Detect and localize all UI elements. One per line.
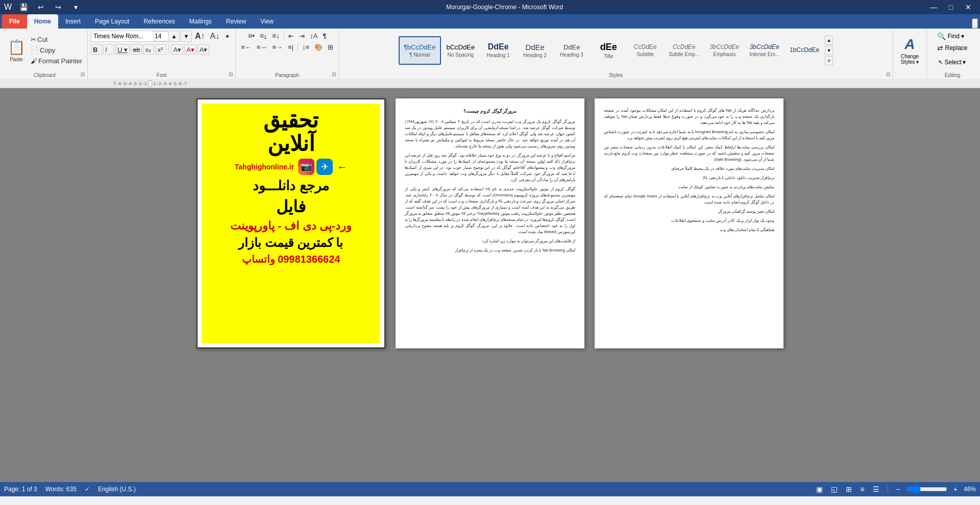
close-btn[interactable]: ✕: [961, 2, 976, 12]
show-hide-btn[interactable]: ¶: [321, 31, 328, 41]
increase-indent-btn[interactable]: ⇥: [297, 31, 307, 41]
find-label: Find: [947, 33, 959, 40]
page-2: مرورگر گوگل کروم چیست؟ مرورگر گوگل کروم …: [396, 98, 584, 348]
tab-page-layout[interactable]: Page Layout: [88, 14, 136, 29]
window-title: Morurgar-Google-Chrome - Microsoft Word: [83, 4, 926, 11]
font-group: ▲ ▼ A↑ A↓ ✦ B I U ▾ ab x₂ x² A▾ A▾ A▾ Fo…: [88, 30, 236, 79]
gallery-more-btn[interactable]: ≡: [825, 56, 833, 65]
font-size-increase-btn[interactable]: ▲: [168, 31, 180, 42]
page2-content: مرورگر گوگل کروم چیست؟ مرورگر گوگل کروم …: [405, 108, 575, 254]
select-btn[interactable]: ↖ Select ▾: [935, 55, 969, 70]
copy-button[interactable]: 📄 Copy: [29, 45, 84, 56]
font-size-decrease-btn[interactable]: ▼: [181, 31, 192, 42]
style-intense-em-preview: 3bCcDdEe: [750, 43, 779, 50]
tab-view[interactable]: View: [253, 14, 281, 29]
style-normal[interactable]: ¶bCcDdEe ¶ Normal: [399, 36, 441, 65]
font-grow-btn[interactable]: A↑: [193, 31, 207, 41]
maximize-btn[interactable]: □: [943, 2, 959, 12]
minimize-btn[interactable]: —: [926, 2, 941, 12]
align-left-btn[interactable]: ≡←: [239, 42, 254, 52]
undo-qa-btn[interactable]: ↩: [33, 2, 48, 12]
style-heading2[interactable]: DdEe Heading 2: [517, 36, 553, 65]
bold-button[interactable]: B: [91, 44, 102, 55]
superscript-button[interactable]: x²: [155, 44, 166, 55]
style-extra[interactable]: 1bCcDdEe: [785, 36, 824, 65]
text-highlight-btn[interactable]: A▾: [171, 44, 183, 55]
style-subtle-emphasis[interactable]: CcDdEe Subtle Emp...: [664, 36, 704, 65]
style-emphasis[interactable]: 3bCcDdEe Emphasis: [705, 36, 744, 65]
ad-formats: ورد-پی دی اف - پاورپوینت: [230, 219, 352, 233]
find-btn[interactable]: 🔍 Find ▾: [935, 31, 970, 42]
ad-content: تحقیق آنلاین Tahghighonline.ir 📷 ✈ ← مرج…: [202, 104, 380, 343]
styles-gallery: ¶bCcDdEe ¶ Normal bCcDdEe No Spacing DdE…: [399, 31, 833, 78]
styles-expand-btn[interactable]: ⊡: [885, 70, 892, 78]
full-screen-btn[interactable]: ◱: [829, 484, 840, 494]
web-layout-btn[interactable]: ⊞: [844, 484, 854, 494]
style-heading3[interactable]: DdEe Heading 3: [554, 36, 590, 65]
style-subtitle[interactable]: CcDdEe Subtitle: [627, 36, 663, 65]
font-format-row: B I U ▾ ab x₂ x² A▾ A▾ A▾: [91, 44, 209, 55]
ad-url-row: Tahghighonline.ir 📷 ✈ ←: [235, 159, 347, 175]
style-heading3-label: Heading 3: [560, 52, 583, 58]
text-effect-btn[interactable]: A▾: [198, 44, 210, 55]
font-expand-btn[interactable]: ⊡: [227, 70, 234, 78]
font-name-input[interactable]: [91, 31, 157, 42]
ribbon-help-btn[interactable]: ?: [972, 18, 978, 29]
multilevel-btn[interactable]: ≡↓: [270, 31, 282, 41]
line-spacing-btn[interactable]: ↕≡: [300, 42, 311, 52]
paste-button[interactable]: 📋 Paste: [5, 36, 28, 65]
align-right-btn[interactable]: ≡→: [270, 42, 285, 52]
subscript-button[interactable]: x₂: [143, 44, 154, 55]
italic-button[interactable]: I: [103, 44, 114, 55]
strikethrough-button[interactable]: ab: [131, 44, 142, 55]
style-intense-em[interactable]: 3bCcDdEe Intense Em...: [745, 36, 784, 65]
title-bar: W 💾 ↩ ↪ ▾ Morurgar-Google-Chrome - Micro…: [0, 0, 980, 14]
change-styles-btn[interactable]: A ChangeStyles ▾: [896, 36, 923, 65]
replace-btn[interactable]: ⇄ Replace: [935, 42, 970, 54]
print-layout-btn[interactable]: ▣: [814, 484, 825, 494]
style-title[interactable]: dEe Title: [591, 36, 626, 65]
tab-file[interactable]: File: [2, 14, 27, 29]
save-qa-btn[interactable]: 💾: [16, 2, 31, 12]
style-subtle-emphasis-label: Subtle Emp...: [669, 52, 699, 57]
format-painter-button[interactable]: 🖌 Format Painter: [29, 56, 84, 66]
tab-mailings[interactable]: Mailings: [182, 14, 219, 29]
zoom-slider[interactable]: [906, 485, 947, 493]
justify-btn[interactable]: ≡|: [286, 42, 296, 52]
paragraph-expand-btn[interactable]: ⊡: [330, 70, 337, 78]
status-right: ▣ ◱ ⊞ ≡ ☰ − + 46%: [814, 484, 976, 494]
font-shrink-btn[interactable]: A↓: [208, 31, 222, 41]
border-btn[interactable]: ⊞: [326, 42, 335, 52]
cursor-icon: ↖: [938, 59, 943, 66]
tab-references[interactable]: References: [136, 14, 182, 29]
outline-btn[interactable]: ≡: [858, 484, 866, 494]
draft-btn[interactable]: ☰: [871, 484, 881, 494]
clear-format-btn[interactable]: ✦: [223, 31, 232, 41]
font-color-btn[interactable]: A▾: [184, 44, 197, 55]
style-normal-preview: ¶bCcDdEe: [404, 43, 436, 51]
gallery-scroll-down[interactable]: ▼: [825, 46, 833, 55]
redo-qa-btn[interactable]: ↪: [51, 2, 66, 12]
qa-dropdown-btn[interactable]: ▾: [68, 2, 83, 12]
zoom-in-btn[interactable]: +: [951, 484, 960, 494]
tab-home[interactable]: Home: [27, 14, 58, 29]
bullets-btn[interactable]: ≡•: [246, 31, 257, 41]
shading-btn[interactable]: 🎨: [312, 42, 325, 52]
decrease-indent-btn[interactable]: ⇤: [286, 31, 296, 41]
zoom-out-btn[interactable]: −: [894, 484, 902, 494]
numbering-btn[interactable]: ≡₁: [258, 31, 269, 41]
style-title-label: Title: [604, 54, 614, 59]
gallery-scroll-up[interactable]: ▲: [825, 36, 833, 45]
underline-button[interactable]: U ▾: [115, 44, 130, 55]
tab-insert[interactable]: Insert: [58, 14, 88, 29]
tab-review[interactable]: Review: [219, 14, 253, 29]
clipboard-expand-btn[interactable]: ⊡: [79, 70, 86, 78]
cut-button[interactable]: ✂ Cut: [29, 35, 84, 45]
replace-icon: ⇄: [937, 44, 943, 52]
page2-heading: مرورگر گوگل کروم چیست؟: [405, 108, 575, 115]
sort-btn[interactable]: ↕A: [308, 31, 320, 41]
style-no-spacing-preview: bCcDdEe: [447, 43, 475, 51]
align-center-btn[interactable]: ≡↔: [255, 42, 270, 52]
style-heading1[interactable]: DdEe Heading 1: [480, 36, 516, 65]
style-no-spacing[interactable]: bCcDdEe No Spacing: [442, 36, 480, 65]
